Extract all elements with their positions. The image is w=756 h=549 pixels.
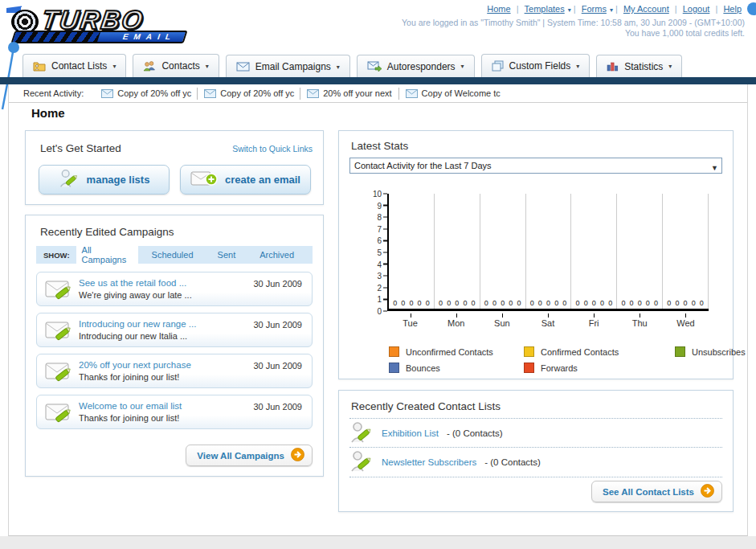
chart-day-group: 00000 <box>480 194 526 309</box>
tab-statistics[interactable]: Statistics▾ <box>596 55 682 78</box>
create-email-icon <box>190 169 218 191</box>
campaign-title-link[interactable]: 20% off your next purchase <box>79 360 191 370</box>
legend-item: Confirmed Contacts <box>524 346 675 357</box>
campaign-date: 30 Jun 2009 <box>253 361 302 371</box>
campaign-edit-icon <box>44 318 74 346</box>
page-title: Home <box>31 106 65 120</box>
create-email-button[interactable]: create an email <box>180 165 311 195</box>
main-nav: Contact Lists▾Contacts▾Email Campaigns▾A… <box>0 54 756 78</box>
recent-activity-item[interactable]: Copy of Welcome tc <box>399 88 502 100</box>
chart-x-ticks <box>387 313 709 318</box>
chart-x-tick <box>479 313 525 318</box>
campaign-row[interactable]: See us at the retail food ...We're givin… <box>36 272 313 306</box>
arrow-circle-icon <box>701 484 714 499</box>
statistics-icon <box>607 61 619 72</box>
chart-y-tick-label: 3 <box>352 272 387 281</box>
navy-divider-bar <box>0 77 756 84</box>
chart-x-tick <box>525 313 570 318</box>
chart-y-tick-label: 2 <box>352 283 387 292</box>
stats-range-value: Contact Activity for the Last 7 Days <box>354 161 492 170</box>
campaign-filter-archived[interactable]: Archived <box>254 248 300 261</box>
top-link-home[interactable]: Home <box>487 4 510 14</box>
chart-x-tick <box>571 313 617 318</box>
chart-x-label: Sat <box>525 318 570 328</box>
chart-x-tick <box>663 313 709 318</box>
top-link-my-account[interactable]: My Account <box>623 4 669 14</box>
manage-lists-icon <box>59 168 80 191</box>
campaign-title-link[interactable]: Introducing our new range ... <box>79 319 196 329</box>
recent-activity-label: Recent Activity: <box>23 88 84 98</box>
chart-day-group: 00000 <box>435 194 480 309</box>
logo-text-bottom: EMAIL <box>13 32 178 42</box>
legend-item: Forwards <box>524 363 675 373</box>
tab-contacts[interactable]: Contacts▾ <box>133 54 219 77</box>
campaign-title-link[interactable]: See us at the retail food ... <box>79 278 186 288</box>
top-link-forms[interactable]: Forms <box>582 4 607 14</box>
get-started-title: Let's Get Started <box>40 142 121 154</box>
recent-activity-item-label: 20% off your next <box>323 88 391 98</box>
campaign-row[interactable]: Introducing our new range ...Introducing… <box>36 313 313 347</box>
recent-activity-item[interactable]: 20% off your next <box>300 88 398 100</box>
chart-x-label: Mon <box>433 318 479 328</box>
recent-campaigns-title: Recently Edited Campaigns <box>40 226 174 238</box>
recent-activity-item[interactable]: Copy of 20% off yc <box>95 88 198 100</box>
envelope-icon <box>406 89 418 98</box>
campaign-filter-sent[interactable]: Sent <box>212 248 242 261</box>
switch-to-quick-links-link[interactable]: Switch to Quick Links <box>232 144 313 154</box>
top-link-help[interactable]: Help <box>723 4 742 14</box>
recent-activity-item[interactable]: Copy of 20% off yc <box>198 88 300 100</box>
campaign-row[interactable]: Welcome to our email listThanks for join… <box>36 395 313 429</box>
campaign-filter-all-campaigns[interactable]: All Campaigns <box>76 244 138 266</box>
create-email-label: create an email <box>225 174 300 186</box>
view-all-campaigns-label: View All Campaigns <box>197 451 284 461</box>
show-label: SHOW: <box>43 251 70 260</box>
tab-custom-fields[interactable]: Custom Fields▾ <box>481 54 590 77</box>
legend-label: Forwards <box>541 363 578 373</box>
stats-range-select[interactable]: Contact Activity for the Last 7 Days ▼ <box>349 158 722 174</box>
contact-list-link[interactable]: Exhibition List <box>382 428 439 438</box>
chart-x-label: Sun <box>479 318 525 328</box>
see-all-contact-lists-button[interactable]: See All Contact Lists <box>591 481 722 502</box>
chart-day-group: 00000 <box>617 194 663 309</box>
chevron-down-icon: ▾ <box>668 63 672 70</box>
legend-label: Unconfirmed Contacts <box>406 347 493 357</box>
campaign-title-link[interactable]: Welcome to our email list <box>79 401 182 411</box>
tab-autoresponders[interactable]: Autoresponders▾ <box>357 55 475 78</box>
tab-contact-lists[interactable]: Contact Lists▾ <box>22 54 126 77</box>
legend-label: Bounces <box>406 363 440 373</box>
chart-day-group: 00000 <box>389 194 435 309</box>
manage-lists-button[interactable]: manage lists <box>39 165 170 195</box>
footer-strip <box>0 536 756 549</box>
contact-list-row[interactable]: Newsletter Subscribers- (0 Contacts) <box>349 448 722 477</box>
chart-value-labels: 00000 <box>663 299 708 307</box>
chart-value-labels: 00000 <box>435 299 480 307</box>
tab-email-campaigns[interactable]: Email Campaigns▾ <box>226 55 350 78</box>
campaign-subtitle: Thanks for joining our list! <box>79 413 179 423</box>
contact-edit-icon <box>349 420 374 446</box>
chart-y-tick-label: 1 <box>352 295 387 304</box>
contact-list-row[interactable]: Exhibition List- (0 Contacts) <box>349 418 722 448</box>
email-campaigns-icon <box>236 62 250 72</box>
turbo-email-logo: TURBO EMAIL <box>5 3 206 45</box>
view-all-campaigns-button[interactable]: View All Campaigns <box>186 445 313 466</box>
contact-list-link[interactable]: Newsletter Subscribers <box>382 457 476 467</box>
chart-x-label: Fri <box>571 318 617 328</box>
campaign-subtitle: Thanks for joining our list! <box>79 372 179 382</box>
chart-value-labels: 00000 <box>526 299 571 307</box>
decorative-dot-right <box>747 2 756 15</box>
envelope-icon <box>307 89 319 98</box>
envelope-icon <box>204 89 216 98</box>
top-link-logout[interactable]: Logout <box>683 4 710 14</box>
contact-list-count: - (0 Contacts) <box>447 428 503 438</box>
latest-stats-title: Latest Stats <box>351 140 408 152</box>
chart-y-tick-label: 8 <box>352 213 387 222</box>
campaign-filter-scheduled[interactable]: Scheduled <box>146 248 199 261</box>
chart-x-tick <box>433 313 479 318</box>
top-link-templates[interactable]: Templates <box>525 4 565 14</box>
header: TURBO EMAIL Home | Templates▾ | Forms▾ |… <box>0 0 756 51</box>
campaign-row[interactable]: 20% off your next purchaseThanks for joi… <box>36 354 313 388</box>
chart-value-labels: 00000 <box>480 299 525 307</box>
chart-value-labels: 00000 <box>571 299 616 307</box>
custom-fields-icon <box>492 60 504 72</box>
recent-contact-lists-panel: Recently Created Contact Lists Exhibitio… <box>338 390 734 512</box>
